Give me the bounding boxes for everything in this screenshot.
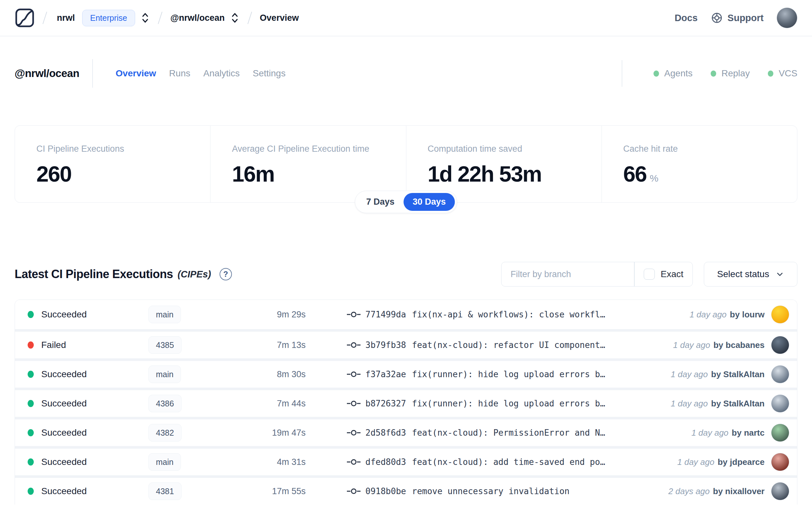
feature-replay: Replay <box>711 68 750 79</box>
table-row[interactable]: Succeeded 4382 19m 47s 2d58f6d3feat(nx-c… <box>15 417 797 446</box>
branch-badge[interactable]: 4385 <box>149 336 182 354</box>
avatar <box>771 482 789 500</box>
docs-link[interactable]: Docs <box>675 13 698 24</box>
status-label: Succeeded <box>41 486 149 496</box>
status-label: Failed <box>41 340 149 350</box>
avatar <box>771 305 789 324</box>
org-switcher-unfold-icon[interactable] <box>140 11 150 24</box>
feature-agents: Agents <box>654 68 692 79</box>
status-dot-icon <box>654 71 659 77</box>
branch-badge[interactable]: main <box>149 306 181 323</box>
git-commit-icon <box>347 399 361 408</box>
branch-badge[interactable]: 4381 <box>149 482 182 500</box>
git-commit-icon <box>347 429 361 437</box>
breadcrumb-workspace[interactable]: @nrwl/ocean <box>170 13 225 23</box>
avatar <box>771 453 789 471</box>
section-title: Latest CI Pipeline Executions <box>15 267 173 281</box>
commit-message[interactable]: 2d58f6d3feat(nx-cloud): PermissionError … <box>365 428 685 438</box>
duration-label: 17m 55s <box>246 486 306 496</box>
range-30-days-button[interactable]: 30 Days <box>403 193 455 211</box>
author-label: by lourw <box>730 310 765 320</box>
exact-toggle: Exact <box>635 262 692 286</box>
support-link[interactable]: Support <box>711 12 764 24</box>
chevron-down-icon <box>776 270 784 279</box>
date-range-toggle: 7 Days 30 Days <box>355 191 457 213</box>
status-dot-icon <box>28 311 34 318</box>
tab-overview[interactable]: Overview <box>116 68 156 79</box>
lifebuoy-icon <box>711 12 723 24</box>
author-label: by nixallover <box>713 486 765 496</box>
commit-message[interactable]: b8726327fix(runner): hide log upload err… <box>365 399 664 408</box>
breadcrumb-org[interactable]: nrwl <box>57 13 75 23</box>
duration-label: 9m 29s <box>246 310 306 320</box>
table-row[interactable]: Succeeded main 8m 30s f37a32aefix(runner… <box>15 358 797 388</box>
range-7-days-button[interactable]: 7 Days <box>357 193 403 211</box>
status-dot-icon <box>28 400 34 407</box>
status-label: Succeeded <box>41 457 149 467</box>
tab-settings[interactable]: Settings <box>253 68 286 79</box>
nx-cloud-logo-icon[interactable] <box>15 8 35 28</box>
workspace-tabs: Overview Runs Analytics Settings <box>116 68 286 79</box>
table-controls: Exact Select status <box>501 262 797 287</box>
author-label: by bcabanes <box>713 340 765 350</box>
commit-message[interactable]: 0918b0beremove unnecessary invalidation <box>365 486 662 496</box>
status-label: Succeeded <box>41 369 149 379</box>
tab-runs[interactable]: Runs <box>169 68 190 79</box>
avatar <box>771 365 789 384</box>
status-dot-icon <box>711 71 716 77</box>
status-dot-icon <box>28 371 34 378</box>
time-ago-label: 2 days ago <box>669 486 710 496</box>
table-row[interactable]: Failed 4385 7m 13s 3b79fb38feat(nx-cloud… <box>15 329 797 358</box>
help-icon[interactable]: ? <box>219 268 232 280</box>
branch-filter-group: Exact <box>501 262 693 287</box>
branch-badge[interactable]: main <box>149 453 181 471</box>
branch-badge[interactable]: 4382 <box>149 424 182 441</box>
avatar <box>771 424 789 442</box>
stat-cache-hit-rate: Cache hit rate 66% <box>601 126 797 202</box>
status-dot-icon <box>768 71 773 77</box>
time-ago-label: 1 day ago <box>691 428 729 438</box>
commit-message[interactable]: 3b79fb38feat(nx-cloud): refactor UI comp… <box>365 340 667 350</box>
header-divider <box>92 59 93 88</box>
commit-message[interactable]: dfed80d3feat(nx-cloud): add time-saved e… <box>365 457 671 467</box>
user-avatar[interactable] <box>777 7 797 28</box>
table-row[interactable]: Succeeded main 4m 31s dfed80d3feat(nx-cl… <box>15 446 797 475</box>
branch-badge[interactable]: main <box>149 365 181 383</box>
status-label: Succeeded <box>41 427 149 438</box>
time-ago-label: 1 day ago <box>673 340 710 350</box>
stat-ci-pipeline-executions: CI Pipeline Executions 260 <box>15 126 210 202</box>
navbar: nrwl Enterprise @nrwl/ocean Overview Doc… <box>0 0 812 36</box>
exact-checkbox[interactable] <box>644 269 655 280</box>
breadcrumb-separator-icon <box>247 12 252 24</box>
author-label: by StalkAltan <box>711 399 765 409</box>
git-commit-icon <box>347 310 361 319</box>
stats-section: CI Pipeline Executions 260 Average CI Pi… <box>15 125 797 203</box>
table-row[interactable]: Succeeded 4386 7m 44s b8726327fix(runner… <box>15 388 797 417</box>
table-row[interactable]: Succeeded main 9m 29s 771499dafix(nx-api… <box>15 300 797 329</box>
commit-message[interactable]: 771499dafix(nx-api & workflows): close w… <box>365 310 683 319</box>
time-ago-label: 1 day ago <box>677 457 714 467</box>
tab-analytics[interactable]: Analytics <box>203 68 240 79</box>
commit-message[interactable]: f37a32aefix(runner): hide log upload err… <box>365 370 664 379</box>
git-commit-icon <box>347 487 361 495</box>
duration-label: 7m 13s <box>246 340 306 350</box>
status-select-button[interactable]: Select status <box>704 262 797 287</box>
branch-badge[interactable]: 4386 <box>149 395 182 412</box>
status-dot-icon <box>28 429 34 436</box>
status-dot-icon <box>28 459 34 466</box>
workspace-switcher-unfold-icon[interactable] <box>230 11 240 24</box>
author-label: by StalkAltan <box>711 370 765 379</box>
author-label: by nartc <box>732 428 765 438</box>
duration-label: 8m 30s <box>246 370 306 379</box>
branch-filter-input[interactable] <box>502 262 634 286</box>
breadcrumb-separator-icon <box>43 12 47 24</box>
section-title-suffix: (CIPEs) <box>178 269 211 280</box>
duration-label: 4m 31s <box>246 457 306 467</box>
table-row[interactable]: Succeeded 4381 17m 55s 0918b0beremove un… <box>15 475 797 505</box>
feature-vcs: VCS <box>768 68 797 79</box>
git-commit-icon <box>347 370 361 378</box>
avatar <box>771 336 789 354</box>
git-commit-icon <box>347 458 361 466</box>
duration-label: 19m 47s <box>246 428 306 438</box>
git-commit-icon <box>347 341 361 349</box>
